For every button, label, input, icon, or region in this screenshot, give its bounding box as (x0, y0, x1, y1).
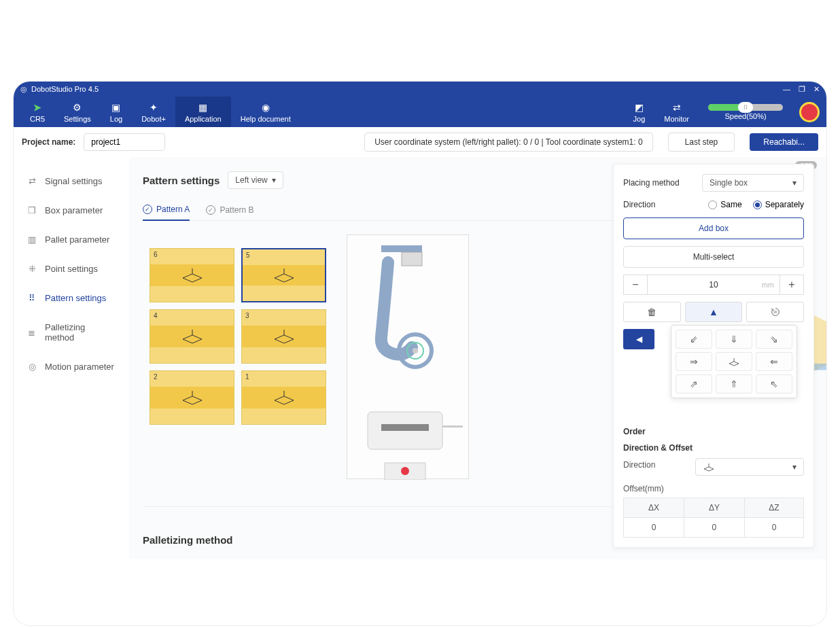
step-size-stepper: − 10mm + (623, 275, 804, 295)
stack-icon: ≣ (26, 328, 38, 338)
box-icon (180, 328, 205, 345)
tab-pattern-b[interactable]: ✓Pattern B (206, 199, 253, 220)
chevron-down-icon: ▾ (792, 462, 797, 472)
header-dy: ΔY (684, 498, 744, 518)
jog-button[interactable]: ◩ Jog (624, 97, 655, 127)
direction-sublabel: Direction (623, 460, 655, 470)
direction-select[interactable]: ▾ (695, 458, 804, 476)
application-button[interactable]: ▦ Application (175, 97, 231, 127)
placing-method-label: Placing method (623, 178, 680, 188)
gear-icon: ⚙ (73, 101, 82, 114)
add-box-button[interactable]: Add box (623, 217, 804, 239)
direction-popup: ⇙ ⇓ ⇘ ⇒ ⇐ ⇗ ⇑ ⇖ (671, 325, 797, 398)
header-dz: ΔZ (744, 498, 803, 518)
sidebar-item-motion[interactable]: ◎Motion parameter (14, 352, 129, 381)
chevron-down-icon: ▾ (792, 178, 797, 188)
maximize-button[interactable]: ❐ (799, 85, 805, 94)
last-step-button[interactable]: Last step (668, 133, 735, 152)
svg-rect-0 (381, 245, 422, 252)
pallet-icon: ▥ (26, 234, 38, 245)
speed-slider[interactable]: ⟨⟩ Speed(50%) (699, 104, 792, 120)
cr5-button[interactable]: ➤ CR5 (20, 97, 54, 127)
move-up-button[interactable]: ▲ (685, 302, 743, 322)
settings-button[interactable]: ⚙ Settings (54, 97, 101, 127)
value-dy[interactable]: 0 (684, 518, 744, 538)
box-1[interactable]: 1 (241, 370, 326, 425)
help-icon: ◉ (262, 101, 270, 114)
dir-right[interactable]: ⇒ (676, 352, 712, 371)
sidebar-item-pallet[interactable]: ▥Pallet parameter (14, 225, 129, 254)
titlebar: ◎ DobotStudio Pro 4.5 — ❐ ✕ (14, 82, 826, 97)
sidebar-item-pattern[interactable]: ⠿Pattern settings (14, 283, 129, 313)
check-icon: ✓ (143, 205, 152, 214)
svg-point-9 (401, 467, 409, 475)
offset-table: ΔX ΔY ΔZ 0 0 0 (623, 498, 804, 538)
sidebar-item-palletizing[interactable]: ≣Palletizing method (14, 313, 129, 352)
emergency-stop-button[interactable] (799, 102, 820, 122)
close-button[interactable]: ✕ (813, 85, 820, 94)
check-icon: ✓ (206, 205, 215, 215)
decrement-button[interactable]: − (623, 275, 648, 295)
box-icon (272, 389, 296, 406)
point-icon: ⁜ (26, 264, 38, 274)
dir-center[interactable] (716, 352, 752, 371)
sidebar-item-signal[interactable]: ⇄Signal settings (14, 167, 129, 196)
cube-icon: ❒ (26, 205, 38, 215)
multi-select-button[interactable]: Multi-select (623, 246, 804, 268)
main-content: OFF Pattern settings Left view▾ Cancel S… (129, 157, 826, 559)
box-icon (272, 328, 296, 345)
dir-up[interactable]: ⇑ (716, 374, 752, 394)
app-title: DobotStudio Pro 4.5 (31, 85, 99, 93)
delete-button[interactable]: 🗑 (623, 302, 681, 322)
box-3[interactable]: 3 (241, 309, 326, 364)
help-button[interactable]: ◉ Help document (231, 97, 300, 127)
reachability-button[interactable]: Reachabi... (750, 133, 818, 151)
tab-pattern-a[interactable]: ✓Pattern A (143, 199, 190, 221)
direction-offset-label: Direction & Offset (623, 443, 804, 453)
box-6[interactable]: 6 (150, 248, 234, 302)
radio-same[interactable]: Same (708, 200, 741, 209)
view-select[interactable]: Left view▾ (228, 171, 283, 189)
section-title: Pattern settings (143, 175, 220, 186)
dir-left[interactable]: ⇐ (756, 352, 792, 371)
svg-rect-1 (402, 252, 422, 266)
dobotplus-button[interactable]: ✦ Dobot+ (132, 97, 175, 127)
value-dz[interactable]: 0 (744, 518, 803, 538)
rotate-button[interactable]: 90 (746, 302, 804, 322)
box-2[interactable]: 2 (150, 370, 234, 425)
pallet-view: 6 5 4 3 2 1 (143, 234, 333, 493)
rotate-icon: 90 (770, 307, 781, 317)
offset-label: Offset(mm) (623, 484, 804, 493)
project-name-input[interactable] (84, 133, 165, 151)
dir-down-right[interactable]: ⇘ (756, 330, 792, 349)
pattern-icon: ⠿ (26, 293, 38, 303)
triangle-up-icon: ▲ (709, 307, 718, 317)
app-logo-icon: ◎ (20, 85, 27, 94)
box-5[interactable]: 5 (241, 248, 326, 302)
monitor-button[interactable]: ⇄ Monitor (654, 97, 699, 127)
jog-icon: ◩ (635, 101, 644, 114)
increment-button[interactable]: + (780, 275, 804, 295)
radio-separately[interactable]: Separately (753, 200, 804, 209)
step-value[interactable]: 10mm (648, 275, 780, 295)
order-label: Order (623, 427, 804, 436)
log-button[interactable]: ▣ Log (101, 97, 132, 127)
box-icon (272, 267, 296, 283)
box-icon (180, 267, 205, 283)
sidebar: ⇄Signal settings ❒Box parameter ▥Pallet … (14, 157, 129, 559)
dir-up-left[interactable]: ⇗ (676, 374, 712, 394)
value-dx[interactable]: 0 (624, 518, 684, 538)
minimize-button[interactable]: — (783, 85, 790, 94)
placing-method-select[interactable]: Single box▾ (702, 174, 804, 192)
move-left-button[interactable]: ◀ (623, 329, 654, 349)
sidebar-item-box[interactable]: ❒Box parameter (14, 196, 129, 225)
sidebar-item-point[interactable]: ⁜Point settings (14, 254, 129, 283)
dir-down-left[interactable]: ⇙ (676, 330, 712, 349)
main-toolbar: ➤ CR5 ⚙ Settings ▣ Log ✦ Dobot+ ▦ Applic… (14, 97, 826, 127)
box-4[interactable]: 4 (150, 309, 234, 364)
puzzle-icon: ✦ (150, 101, 158, 114)
box-icon (180, 389, 205, 406)
dir-up-right[interactable]: ⇖ (756, 374, 792, 394)
dir-down[interactable]: ⇓ (716, 330, 752, 349)
speed-thumb[interactable]: ⟨⟩ (738, 102, 753, 113)
